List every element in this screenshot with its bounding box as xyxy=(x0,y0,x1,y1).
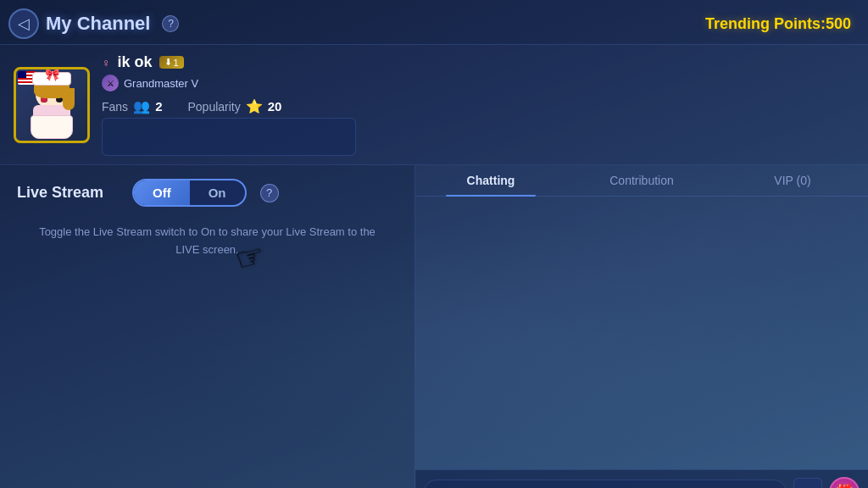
header-help-icon[interactable]: ? xyxy=(162,15,179,32)
username-row: ♀ ik ok ⬇ 1 xyxy=(102,53,854,71)
chat-gift-button[interactable]: 🎁 xyxy=(829,477,860,488)
tab-contribution[interactable]: Contribution xyxy=(566,165,717,196)
rank-badge-icon: ⚔ xyxy=(102,75,119,92)
chat-area xyxy=(415,197,868,469)
avatar xyxy=(14,67,90,143)
popularity-icon: ⭐ xyxy=(246,98,263,114)
fans-icon: 👥 xyxy=(133,98,150,114)
bio-box xyxy=(102,118,356,156)
popularity-stat: Popularity ⭐ 20 xyxy=(187,98,281,114)
profile-info: ♀ ik ok ⬇ 1 ⚔ Grandmaster V Fans 👥 2 Pop… xyxy=(102,53,854,156)
live-stream-toggle[interactable]: Off On xyxy=(132,179,247,207)
chat-input[interactable] xyxy=(424,480,787,488)
popularity-value: 20 xyxy=(268,99,282,114)
gender-icon: ♀ xyxy=(102,56,111,69)
fans-count: 2 xyxy=(155,99,162,114)
toggle-hint-text: Toggle the Live Stream switch to On to s… xyxy=(17,224,398,259)
stats-row: Fans 👥 2 Popularity ⭐ 20 xyxy=(102,98,854,114)
main-content: Live Stream Off On ? Toggle the Live Str… xyxy=(0,165,868,488)
chat-input-row: ✏ 🎁 xyxy=(415,469,868,488)
rank-name: Grandmaster V xyxy=(124,77,198,90)
fans-stat: Fans 👥 2 xyxy=(102,98,162,114)
live-stream-row: Live Stream Off On ? xyxy=(17,179,398,207)
toggle-help-icon[interactable]: ? xyxy=(260,184,279,202)
profile-section: ♀ ik ok ⬇ 1 ⚔ Grandmaster V Fans 👥 2 Pop… xyxy=(0,45,868,165)
left-panel: Live Stream Off On ? Toggle the Live Str… xyxy=(0,165,415,488)
toggle-off-button[interactable]: Off xyxy=(134,180,190,205)
chat-edit-button[interactable]: ✏ xyxy=(793,478,822,488)
username: ik ok xyxy=(118,53,153,71)
header: ◁ My Channel ? Trending Points:500 xyxy=(0,0,868,45)
popularity-label: Popularity xyxy=(187,100,240,114)
rank-row: ⚔ Grandmaster V xyxy=(102,75,854,92)
toggle-on-button[interactable]: On xyxy=(190,180,245,205)
fans-label: Fans xyxy=(102,100,128,114)
page-title: My Channel xyxy=(46,13,150,35)
tab-chatting[interactable]: Chatting xyxy=(415,165,566,196)
header-left: ◁ My Channel ? xyxy=(8,8,179,39)
tabs-row: Chatting Contribution VIP (0) xyxy=(415,165,868,197)
trending-points: Trending Points:500 xyxy=(705,15,851,33)
live-stream-label: Live Stream xyxy=(17,184,119,202)
level-badge: ⬇ 1 xyxy=(159,56,184,69)
back-button[interactable]: ◁ xyxy=(8,8,39,39)
right-panel: Chatting Contribution VIP (0) ✏ 🎁 xyxy=(415,165,868,488)
tab-vip[interactable]: VIP (0) xyxy=(717,165,868,196)
